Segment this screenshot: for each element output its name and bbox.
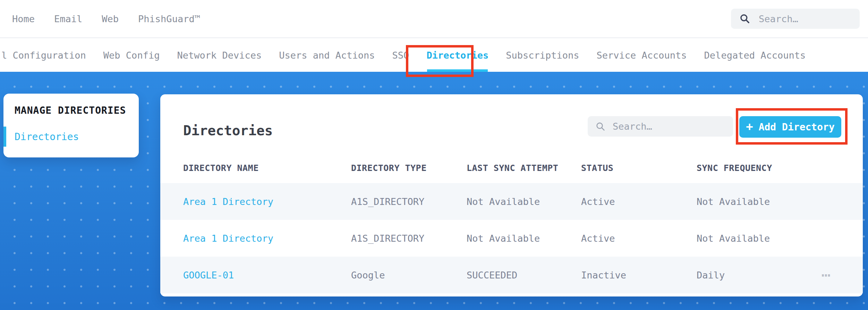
top-nav-home[interactable]: Home xyxy=(12,14,35,24)
column-header-status: STATUS xyxy=(581,163,697,173)
directories-search-box[interactable] xyxy=(588,116,733,137)
tab-users-and-actions[interactable]: Users and Actions xyxy=(279,39,375,72)
status-cell: Inactive xyxy=(581,270,697,281)
directory-type-cell: A1S_DIRECTORY xyxy=(351,196,467,207)
sync-frequency-cell: Daily xyxy=(697,270,822,281)
table-row: GOOGLE-01 Google SUCCEEDED Inactive Dail… xyxy=(160,257,863,293)
global-search-box[interactable] xyxy=(731,9,860,29)
directory-name-link[interactable]: Area 1 Directory xyxy=(183,233,273,244)
tab-label: Directories xyxy=(426,50,488,61)
status-cell: Active xyxy=(581,233,697,244)
global-search-input[interactable] xyxy=(758,13,851,25)
top-nav-email[interactable]: Email xyxy=(54,14,82,24)
table-row: Area 1 Directory A1S_DIRECTORY Not Avail… xyxy=(160,183,863,220)
tab-sso[interactable]: SSO xyxy=(392,39,409,72)
tab-label: Network Devices xyxy=(177,50,262,61)
tab-label: Delegated Accounts xyxy=(704,50,806,61)
tab-configuration[interactable]: l Configuration xyxy=(1,39,86,72)
top-nav-web[interactable]: Web xyxy=(102,14,119,24)
tab-service-accounts[interactable]: Service Accounts xyxy=(597,39,687,72)
tab-network-devices[interactable]: Network Devices xyxy=(177,39,262,72)
panel-title: Directories xyxy=(183,123,273,138)
tab-label: Users and Actions xyxy=(279,50,375,61)
tab-subscriptions[interactable]: Subscriptions xyxy=(506,39,579,72)
top-nav-phishguard[interactable]: PhishGuard™ xyxy=(138,14,200,24)
column-header-last-sync-attempt: LAST SYNC ATTEMPT xyxy=(467,163,581,173)
directories-search-input[interactable] xyxy=(612,121,725,132)
tab-delegated-accounts[interactable]: Delegated Accounts xyxy=(704,39,806,72)
column-header-sync-frequency: SYNC FREQUENCY xyxy=(697,163,822,173)
search-icon xyxy=(739,13,750,24)
sidebar-item-label: Directories xyxy=(15,131,79,143)
status-cell: Active xyxy=(581,196,697,207)
directory-name-link[interactable]: GOOGLE-01 xyxy=(183,270,234,281)
directory-type-cell: Google xyxy=(351,270,467,281)
sync-frequency-cell: Not Available xyxy=(697,196,822,207)
directory-type-cell: A1S_DIRECTORY xyxy=(351,233,467,244)
tab-directories[interactable]: Directories xyxy=(426,39,488,72)
add-directory-button[interactable]: + Add Directory xyxy=(739,116,841,138)
admin-console-page: Home Email Web PhishGuard™ l Configurati… xyxy=(0,0,868,310)
tab-label: Service Accounts xyxy=(597,50,687,61)
sidebar-item-directories[interactable]: Directories xyxy=(3,127,139,147)
tab-web-config[interactable]: Web Config xyxy=(103,39,160,72)
tab-label: SSO xyxy=(392,50,409,61)
more-options-icon[interactable]: ⋯ xyxy=(819,267,834,283)
add-directory-label: Add Directory xyxy=(759,121,835,133)
tab-nav: l Configuration Web Config Network Devic… xyxy=(0,39,868,72)
directory-name-link[interactable]: Area 1 Directory xyxy=(183,196,273,207)
manage-directories-card: MANAGE DIRECTORIES Directories xyxy=(3,94,139,157)
tab-label: l Configuration xyxy=(1,50,86,61)
directories-panel: Directories + Add Directory DIRECTORY NA… xyxy=(160,94,863,296)
active-item-indicator xyxy=(3,127,6,147)
active-tab-underline xyxy=(427,69,488,72)
plus-icon: + xyxy=(746,121,753,132)
tab-label: Subscriptions xyxy=(506,50,579,61)
tab-label: Web Config xyxy=(103,50,160,61)
last-sync-cell: Not Available xyxy=(467,196,581,207)
last-sync-cell: SUCCEEDED xyxy=(467,270,581,281)
table-header-row: DIRECTORY NAME DIRECTORY TYPE LAST SYNC … xyxy=(160,153,863,183)
sync-frequency-cell: Not Available xyxy=(697,233,822,244)
top-nav: Home Email Web PhishGuard™ xyxy=(0,0,868,38)
table-row: Area 1 Directory A1S_DIRECTORY Not Avail… xyxy=(160,220,863,257)
last-sync-cell: Not Available xyxy=(467,233,581,244)
search-icon xyxy=(595,121,606,132)
sidebar-title: MANAGE DIRECTORIES xyxy=(15,105,126,116)
column-header-directory-type: DIRECTORY TYPE xyxy=(351,163,467,173)
column-header-directory-name: DIRECTORY NAME xyxy=(183,163,351,173)
